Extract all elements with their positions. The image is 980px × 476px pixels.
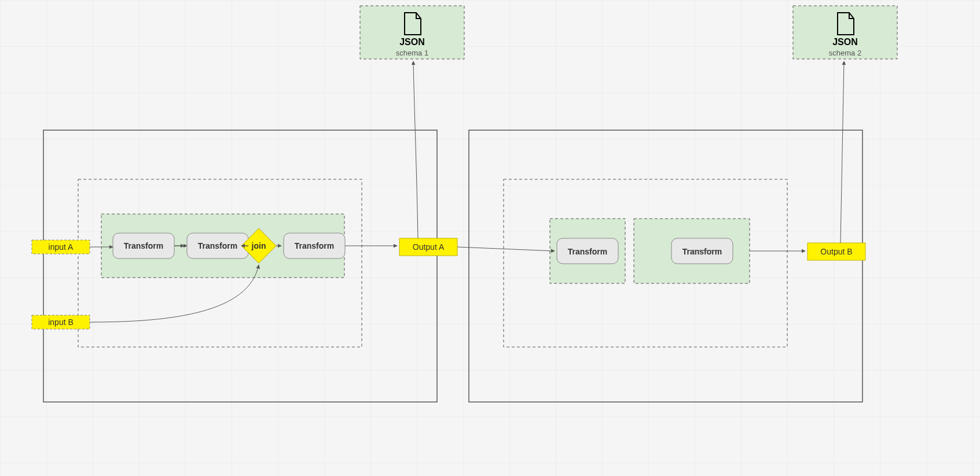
output-a-node[interactable]: Output A <box>399 238 457 256</box>
svg-text:Transform: Transform <box>682 247 722 256</box>
transform-node-1a[interactable]: Transform <box>113 233 174 259</box>
schema-2-icon-label: JSON <box>832 37 858 47</box>
svg-text:Output B: Output B <box>820 247 852 256</box>
schema-1-box[interactable]: JSON schema 1 <box>360 6 464 59</box>
transform-node-2b[interactable]: Transform <box>671 238 733 264</box>
output-b-node[interactable]: Output B <box>808 243 865 260</box>
input-b-node[interactable]: input B <box>32 315 90 329</box>
schema-1-icon-label: JSON <box>399 37 425 47</box>
input-a-node[interactable]: input A <box>32 240 90 254</box>
schema-2-box[interactable]: JSON schema 2 <box>793 6 897 59</box>
svg-text:Transform: Transform <box>568 247 607 256</box>
svg-text:input B: input B <box>48 318 74 327</box>
svg-text:Transform: Transform <box>295 241 334 250</box>
diagram-canvas[interactable]: JSON schema 1 JSON schema 2 Transform Tr… <box>0 0 980 476</box>
svg-text:join: join <box>251 241 266 250</box>
schema-1-caption: schema 1 <box>396 49 428 57</box>
svg-text:input A: input A <box>49 242 74 252</box>
transform-node-1b[interactable]: Transform <box>187 233 248 259</box>
transform-node-2a[interactable]: Transform <box>557 238 618 264</box>
svg-text:Transform: Transform <box>124 241 163 250</box>
svg-text:Output A: Output A <box>413 242 445 252</box>
svg-text:Transform: Transform <box>198 241 237 250</box>
schema-2-caption: schema 2 <box>829 49 861 57</box>
transform-node-1c[interactable]: Transform <box>284 233 345 259</box>
